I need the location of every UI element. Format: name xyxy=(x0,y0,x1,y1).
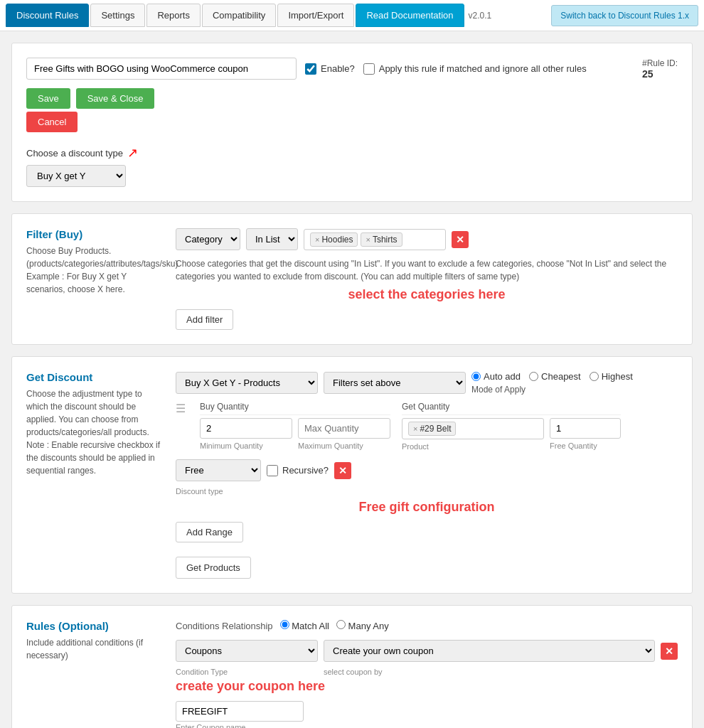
filter-buy-layout: Filter (Buy) Choose Buy Products. (produ… xyxy=(26,228,678,330)
rule-id-label: #Rule ID: xyxy=(642,58,678,68)
filter-buy-title: Filter (Buy) xyxy=(26,228,164,240)
discount-type-section: Choose a discount type ↗ Buy X get Y xyxy=(26,145,678,187)
free-discount-select[interactable]: Free xyxy=(176,459,261,481)
get-discount-title: Get Discount xyxy=(26,371,164,383)
discount-type-label: Choose a discount type ↗ xyxy=(26,145,678,161)
filter-buy-left: Filter (Buy) Choose Buy Products. (produ… xyxy=(26,228,176,330)
save-close-button[interactable]: Save & Close xyxy=(76,88,155,109)
free-qty-input[interactable] xyxy=(550,418,621,439)
enable-checkbox[interactable] xyxy=(305,63,316,75)
rule-name-row: Enable? Apply this rule if matched and i… xyxy=(26,58,678,132)
add-range-button[interactable]: Add Range xyxy=(176,522,243,542)
get-discount-top-row: Buy X Get Y - Products Filters set above… xyxy=(176,371,678,395)
mode-auto-add[interactable]: Auto add xyxy=(471,371,521,382)
red-arrow-icon: ↗ xyxy=(127,145,138,161)
discount-row-delete-button[interactable]: ✕ xyxy=(334,462,351,479)
rules-optional-right: Conditions Relationship Match All Many A… xyxy=(176,620,678,728)
many-any-radio[interactable] xyxy=(336,620,346,629)
mode-highest-label: Highest xyxy=(602,371,633,382)
discount-type-select[interactable]: Buy X get Y xyxy=(26,165,126,187)
filter-note: Choose categories that get the discount … xyxy=(176,257,678,283)
mode-auto-add-radio[interactable] xyxy=(471,372,481,381)
get-qty-label: Get Quantity xyxy=(402,402,621,415)
coupon-type-select[interactable]: Create your own coupon xyxy=(324,640,655,662)
product-tag-remove[interactable]: × xyxy=(413,424,417,433)
match-all-radio[interactable] xyxy=(280,620,289,629)
filter-op-select[interactable]: In List xyxy=(246,228,298,250)
tag-hoodies-label: Hoodies xyxy=(321,235,353,245)
add-filter-button[interactable]: Add filter xyxy=(176,309,233,330)
many-any-text: Many Any xyxy=(348,621,389,631)
get-qty-row: × #29 Belt Product Free Quantity xyxy=(402,418,621,451)
buy-qty-label: Buy Quantity xyxy=(200,402,390,415)
max-qty-input[interactable] xyxy=(298,418,390,439)
get-discount-left: Get Discount Choose the adjustment type … xyxy=(26,371,176,542)
enter-coupon-name-label: Enter Coupon name xyxy=(176,723,678,728)
tab-settings[interactable]: Settings xyxy=(90,4,145,27)
save-button[interactable]: Save xyxy=(26,88,70,109)
ignore-checkbox[interactable] xyxy=(363,63,375,75)
cancel-button[interactable]: Cancel xyxy=(26,112,78,132)
mode-highest[interactable]: Highest xyxy=(590,371,633,382)
enable-label: Enable? xyxy=(305,63,355,75)
min-qty-input[interactable] xyxy=(200,418,292,439)
mode-auto-add-label: Auto add xyxy=(484,371,521,382)
product-tag-area[interactable]: × #29 Belt xyxy=(402,418,544,439)
switch-back-button[interactable]: Switch back to Discount Rules 1.x xyxy=(551,5,698,26)
product-sub-label: Product xyxy=(402,442,544,451)
ignore-label: Apply this rule if matched and ignore al… xyxy=(363,63,587,75)
filter-buy-description: Choose Buy Products. (products/categorie… xyxy=(26,245,164,296)
rules-optional-description: Include additional conditions (if necess… xyxy=(26,636,164,662)
free-gift-note: Free gift configuration xyxy=(176,500,678,515)
rules-optional-left: Rules (Optional) Include additional cond… xyxy=(26,620,176,728)
rule-id-number: 25 xyxy=(642,68,654,80)
tag-tshirts-remove[interactable]: × xyxy=(366,235,370,244)
get-discount-right: Buy X Get Y - Products Filters set above… xyxy=(176,371,678,542)
mode-cheapest-label: Cheapest xyxy=(541,371,581,382)
save-buttons-row: Save Save & Close xyxy=(26,88,154,109)
discount-type-discount-row: Free Recursive? ✕ xyxy=(176,459,678,481)
tag-input-area[interactable]: × Hoodies × Tshirts xyxy=(304,229,446,250)
rule-name-input[interactable] xyxy=(26,58,297,80)
coupons-select[interactable]: Coupons xyxy=(176,640,318,662)
tab-read-documentation[interactable]: Read Documentation xyxy=(356,4,464,27)
filter-delete-button[interactable]: ✕ xyxy=(452,231,469,248)
condition-type-label: Condition Type xyxy=(176,668,318,676)
discount-type-sub-label: Discount type xyxy=(176,487,678,496)
mode-of-apply-label: Mode of Apply xyxy=(471,385,633,395)
coupon-name-input[interactable] xyxy=(176,701,304,722)
rules-optional-title: Rules (Optional) xyxy=(26,620,164,632)
version-label: v2.0.1 xyxy=(469,11,492,21)
coupon-name-row: Enter Coupon name xyxy=(176,701,678,728)
get-products-button[interactable]: Get Products xyxy=(176,557,251,579)
match-all-label[interactable]: Match All xyxy=(280,620,329,631)
many-any-label[interactable]: Many Any xyxy=(336,620,389,631)
tag-hoodies-remove[interactable]: × xyxy=(315,235,319,244)
condition-delete-button[interactable]: ✕ xyxy=(661,643,678,660)
tab-import-export[interactable]: Import/Export xyxy=(277,4,354,27)
tag-hoodies: × Hoodies xyxy=(310,232,358,247)
filter-type-select[interactable]: Category xyxy=(176,228,240,250)
rules-optional-layout: Rules (Optional) Include additional cond… xyxy=(26,620,678,728)
drag-handle-icon[interactable]: ☰ xyxy=(176,402,186,415)
mode-highest-radio[interactable] xyxy=(590,372,599,381)
conditions-relationship-row: Conditions Relationship Match All Many A… xyxy=(176,620,678,631)
enable-text: Enable? xyxy=(321,63,355,74)
top-navigation: Discount Rules Settings Reports Compatib… xyxy=(0,0,704,31)
recursive-label: Recursive? xyxy=(282,465,329,476)
recursive-checkbox[interactable] xyxy=(267,465,278,476)
mode-cheapest[interactable]: Cheapest xyxy=(529,371,581,382)
get-discount-description: Choose the adjustment type to which the … xyxy=(26,387,164,477)
tab-discount-rules[interactable]: Discount Rules xyxy=(6,4,89,27)
rule-name-card: Enable? Apply this rule if matched and i… xyxy=(11,43,693,202)
action-buttons: Save Save & Close Cancel xyxy=(26,88,154,132)
get-discount-type-select[interactable]: Buy X Get Y - Products xyxy=(176,372,318,394)
tag-tshirts: × Tshirts xyxy=(361,232,402,247)
coupons-row: Coupons Create your own coupon ✕ xyxy=(176,640,678,662)
tab-reports[interactable]: Reports xyxy=(146,4,201,27)
get-discount-card: Get Discount Choose the adjustment type … xyxy=(11,356,693,594)
mode-cheapest-radio[interactable] xyxy=(529,372,538,381)
filter-based-on-select[interactable]: Filters set above xyxy=(324,372,466,394)
coupon-note: create your coupon here xyxy=(176,679,678,694)
tab-compatibility[interactable]: Compatibility xyxy=(202,4,276,27)
